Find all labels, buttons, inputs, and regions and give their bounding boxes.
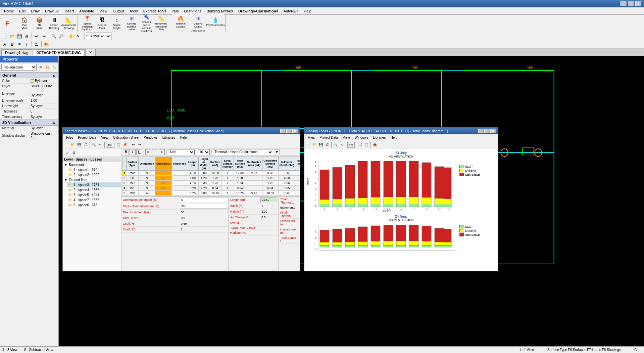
cooling-loads-button[interactable]: ❄ CoolingLoads <box>190 14 206 29</box>
cl-new[interactable]: 📄 <box>305 142 311 148</box>
thermal-menu-project[interactable]: Project Data <box>76 135 98 140</box>
size-select[interactable]: 10 <box>198 149 210 155</box>
table-row[interactable]: 4 W1 N S 0.20 2.70 0.54 1 0.54 0.54 <box>122 186 300 191</box>
open-btn[interactable]: 📂 <box>9 33 15 40</box>
th-redo[interactable]: ↪ <box>137 142 143 148</box>
cooling-menu-project[interactable]: Project Data <box>317 135 340 140</box>
space6-node[interactable]: 📁 5 space6 613 <box>67 203 121 208</box>
th-open[interactable]: 📂 <box>70 142 76 148</box>
space-height-button[interactable]: ↕ Spaceheight <box>109 16 124 31</box>
3d-view-button[interactable]: 📦 3DView <box>32 16 47 31</box>
orientation-increment-input[interactable] <box>180 197 227 202</box>
tab-detached-house[interactable]: DETACHED HOUSE.DWG <box>33 49 85 56</box>
thermal-menu-files[interactable]: Files <box>64 135 75 140</box>
close-button[interactable]: ✕ <box>635 1 641 6</box>
cooling-menu-libraries[interactable]: Libraries <box>371 135 388 140</box>
menu-draw3d[interactable]: Draw 3D <box>42 8 62 14</box>
cooling-menu-help[interactable]: Help <box>389 135 400 140</box>
new-btn[interactable]: 📄 <box>1 33 8 40</box>
print-btn[interactable]: 🖨 <box>23 33 30 40</box>
thermal-menu-calc[interactable]: Calculation Sheet <box>111 135 141 140</box>
menu-drawings-calc[interactable]: Drawings-Calculations <box>236 8 281 14</box>
calc-type-dropdown[interactable]: Thermal Losses Calculations <box>213 149 273 155</box>
psychrometrics-button[interactable]: 💧 Psychrometrics <box>207 14 224 29</box>
menu-definitions[interactable]: Definitions <box>181 8 204 14</box>
align-center-btn[interactable]: ☰ <box>152 149 158 155</box>
cooling-minimize[interactable]: — <box>478 129 484 133</box>
thermal-losses-button[interactable]: 🔥 ThermalLosses <box>172 14 189 29</box>
th-save[interactable]: 💾 <box>76 142 82 148</box>
menu-express[interactable]: Express Tools <box>141 8 169 14</box>
planview-select[interactable]: PLANVIEW <box>85 33 111 40</box>
thermal-menu-libraries[interactable]: Libraries <box>160 135 177 140</box>
horizontal-cantilever-button[interactable]: 📏 Horizontalcantilever Slab <box>154 16 168 31</box>
space4-node[interactable]: 📁 2 space4 1835 <box>67 187 121 192</box>
thermal-menu-view[interactable]: View <box>99 135 110 140</box>
tb3-layers-btn[interactable]: 🗂 <box>33 41 40 48</box>
menu-tools[interactable]: Tools <box>127 8 141 14</box>
app-logo-button[interactable]: F <box>1 16 13 31</box>
axonometric-button[interactable]: 📐 AxonometricDrawing <box>61 16 76 31</box>
space2-node[interactable]: 📁 2 space2 1092 <box>67 172 121 177</box>
screen-drawing-button[interactable]: 🖥 ScreenDrawing <box>47 16 61 31</box>
menu-insert[interactable]: Insert <box>62 8 77 14</box>
cl-export[interactable]: 📤 <box>372 142 378 148</box>
thermal-minimize[interactable]: — <box>280 129 286 133</box>
space7-node[interactable]: 📁 4 space7 1535 <box>67 197 121 203</box>
th-new[interactable]: 📄 <box>63 142 69 148</box>
shades-vertical-button[interactable]: 🌂 Shades due tovertical cantilever <box>139 16 154 31</box>
italic-btn[interactable]: I <box>130 149 136 155</box>
thermal-titlebar[interactable]: Thermal losses - [C:\FINE19_HVAC\CALC\DE… <box>63 128 300 134</box>
save-btn[interactable]: 💾 <box>16 33 23 40</box>
th-print[interactable]: 🖨 <box>83 142 89 148</box>
cl-zoom[interactable]: 🔍 <box>333 142 339 148</box>
zoom-in-btn[interactable]: 🔍 <box>50 33 57 40</box>
cl-save[interactable]: 💾 <box>318 142 324 148</box>
menu-output[interactable]: Output <box>110 8 127 14</box>
thermal-table-wrapper[interactable]: Surface Type Orientation Subtracted Thic… <box>121 156 300 196</box>
tab-close[interactable]: ✕ <box>85 49 96 56</box>
zoom-out-btn[interactable]: 🔎 <box>58 33 64 40</box>
align-left-btn[interactable]: ≡ <box>145 149 151 155</box>
prop-icon-btn3[interactable]: 🔧 <box>51 64 57 70</box>
minimize-button[interactable]: — <box>621 1 627 6</box>
underline-btn[interactable]: U <box>136 149 142 155</box>
menu-annotate[interactable]: Annotate <box>77 8 97 14</box>
menu-plus[interactable]: Plus <box>169 8 181 14</box>
table-row[interactable]: 1 W2 N 4.10 3.00 12.30 1 12.30 2.97 9.33 <box>122 171 300 176</box>
thermal-menu-help[interactable]: Help <box>178 135 189 140</box>
cl-open[interactable]: 📂 <box>311 142 317 148</box>
cl-chart[interactable]: 📊 <box>357 142 363 148</box>
pan-btn[interactable]: ✋ <box>67 33 74 40</box>
menu-home[interactable]: Home <box>1 8 16 14</box>
prop-icon-btn1[interactable]: ⚙ <box>38 64 43 70</box>
table-row[interactable]: 2 O1 N S 1.00 1.20 1.20 1 1.20 1.20 <box>122 176 300 181</box>
no-selection-dropdown[interactable]: No selection <box>1 64 37 71</box>
calc-dropdown-btn[interactable]: ▼ <box>274 149 280 155</box>
cooling-close[interactable]: ✕ <box>490 129 496 133</box>
tb3-match-btn[interactable]: 🎨 <box>43 41 50 48</box>
cl-table[interactable]: 📋 <box>363 142 369 148</box>
cooling-menu-view[interactable]: View <box>341 135 352 140</box>
th-undo[interactable]: ↩ <box>130 142 136 148</box>
th-paste[interactable]: 📌 <box>122 142 128 148</box>
menu-edit[interactable]: Edit <box>16 8 28 14</box>
tb3-btn1[interactable]: A <box>1 41 8 48</box>
tb3-btn4[interactable]: ⫿ <box>23 41 30 48</box>
level-btn1[interactable]: Σ <box>64 149 70 156</box>
cooling-menu-windows[interactable]: Windows <box>353 135 370 140</box>
table-row[interactable]: 3 W7 N S 4.10 0.30 1.23 1 1.23 1.23 <box>122 181 300 186</box>
basement-node[interactable]: ▼ Basement <box>63 162 121 167</box>
shutdown-increment-input[interactable] <box>180 204 227 209</box>
tb3-btn3[interactable]: ≡ <box>16 41 23 48</box>
space-def-button[interactable]: 📍 Space definitionby Point <box>80 16 95 31</box>
plan-view-button[interactable]: 🏠 PlanView <box>17 16 32 31</box>
prop-icon-btn2[interactable]: 📋 <box>45 64 50 70</box>
font-select[interactable]: Arial <box>168 149 195 155</box>
th-copy[interactable]: 📋 <box>115 142 121 148</box>
cooling-maximize[interactable]: □ <box>484 129 490 133</box>
maximize-button[interactable]: □ <box>628 1 634 6</box>
undo-btn[interactable]: ↩ <box>33 33 40 40</box>
select-btn[interactable]: ↖ <box>75 33 82 40</box>
redo-btn[interactable]: ↪ <box>41 33 47 40</box>
